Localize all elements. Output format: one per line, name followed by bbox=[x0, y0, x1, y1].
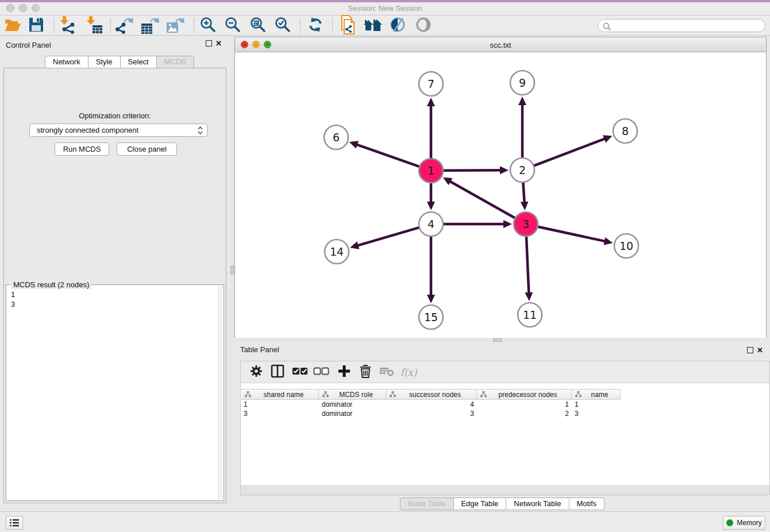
tab-style[interactable]: Style bbox=[88, 56, 121, 68]
result-scrollbar[interactable] bbox=[218, 286, 223, 500]
table-cell[interactable]: 3 bbox=[241, 409, 319, 418]
zoom-out-button[interactable] bbox=[223, 17, 242, 34]
edge-3-11[interactable] bbox=[526, 236, 529, 294]
vertical-splitter[interactable] bbox=[230, 36, 234, 511]
graph-node-15[interactable]: 15 bbox=[419, 305, 443, 329]
deselect-all-button[interactable] bbox=[312, 364, 330, 381]
add-button[interactable] bbox=[335, 364, 353, 381]
graph-node-10[interactable]: 10 bbox=[614, 234, 638, 258]
gear-button[interactable] bbox=[247, 364, 265, 381]
columns-button[interactable] bbox=[268, 364, 287, 381]
graph-node-11[interactable]: 11 bbox=[518, 303, 542, 327]
window-title: Session: New Session bbox=[0, 4, 770, 13]
svg-text:15: 15 bbox=[424, 311, 438, 323]
table-row[interactable]: 3dominator323 bbox=[241, 409, 621, 418]
network-canvas[interactable]: 7968124314101511 bbox=[235, 52, 766, 338]
tab-select[interactable]: Select bbox=[121, 56, 157, 68]
graph-node-7[interactable]: 7 bbox=[419, 72, 443, 96]
column-header-MCDS-role[interactable]: MCDS role bbox=[319, 389, 386, 400]
task-history-button[interactable] bbox=[6, 516, 23, 530]
apply-style-button[interactable] bbox=[388, 17, 407, 34]
tab-edge-table[interactable]: Edge Table bbox=[453, 498, 506, 510]
splitter-handle[interactable] bbox=[230, 265, 234, 275]
tab-node-table[interactable]: Node Table bbox=[400, 498, 454, 510]
column-header-name[interactable]: name bbox=[572, 389, 621, 400]
tab-network-table[interactable]: Network Table bbox=[506, 498, 569, 510]
table-cell[interactable]: 3 bbox=[386, 409, 477, 418]
close-panel-icon[interactable]: ✕ bbox=[757, 347, 763, 353]
zoom-out-icon bbox=[224, 16, 241, 36]
import-network-button[interactable] bbox=[58, 17, 78, 34]
graph-node-4[interactable]: 4 bbox=[419, 212, 443, 236]
export-image-icon bbox=[166, 16, 184, 36]
function-builder-button[interactable]: f(x) bbox=[399, 364, 418, 381]
svg-text:3: 3 bbox=[522, 218, 529, 230]
optimization-dropdown[interactable]: strongly connected component bbox=[29, 124, 207, 137]
export-image-button[interactable] bbox=[165, 17, 185, 34]
table-cell[interactable]: dominator bbox=[319, 409, 386, 418]
table-cell[interactable]: 1 bbox=[477, 400, 572, 409]
table-panel: Table Panel ✕ f(x) shared nameMCDS roles… bbox=[234, 342, 770, 511]
apply-style-icon bbox=[389, 16, 406, 36]
edge-arrow-icon bbox=[427, 202, 435, 210]
home-button[interactable] bbox=[363, 17, 383, 34]
edge-3-1[interactable] bbox=[449, 181, 515, 218]
zoom-in-icon bbox=[199, 16, 217, 36]
graph-node-9[interactable]: 9 bbox=[510, 71, 534, 95]
float-panel-icon[interactable] bbox=[206, 40, 212, 47]
edge-3-10[interactable] bbox=[538, 226, 606, 241]
graph-node-3[interactable]: 3 bbox=[514, 212, 538, 236]
table-panel-buttons: ✕ bbox=[747, 347, 763, 353]
export-network-button[interactable] bbox=[115, 17, 134, 34]
edge-1-6[interactable] bbox=[356, 144, 419, 167]
table-cell[interactable]: 1 bbox=[241, 400, 319, 409]
zoom-selected-icon bbox=[274, 16, 291, 36]
table-cell[interactable]: dominator bbox=[319, 400, 386, 409]
table-cell[interactable]: 2 bbox=[477, 409, 572, 418]
graph-node-6[interactable]: 6 bbox=[324, 125, 348, 149]
save-session-button[interactable] bbox=[26, 17, 46, 34]
delete-button[interactable] bbox=[356, 364, 375, 381]
edge-1-2[interactable] bbox=[443, 170, 501, 171]
table-cell[interactable]: 1 bbox=[572, 400, 621, 409]
zoom-fit-icon bbox=[249, 16, 267, 36]
table-cell[interactable]: 3 bbox=[572, 409, 621, 418]
edge-4-14[interactable] bbox=[357, 228, 419, 246]
run-mcds-button[interactable]: Run MCDS bbox=[55, 142, 109, 156]
column-header-successor-nodes[interactable]: successor nodes bbox=[386, 389, 477, 400]
select-all-button[interactable] bbox=[291, 364, 309, 381]
graph-node-8[interactable]: 8 bbox=[613, 119, 637, 143]
tab-network[interactable]: Network bbox=[45, 56, 88, 68]
clone-network-button[interactable] bbox=[338, 17, 357, 34]
horizontal-splitter[interactable] bbox=[234, 338, 770, 342]
import-table-button[interactable] bbox=[84, 17, 104, 34]
export-table-button[interactable] bbox=[140, 17, 160, 34]
zoom-in-button[interactable] bbox=[198, 17, 218, 34]
show-hide-button[interactable] bbox=[414, 17, 433, 34]
tab-mcds[interactable]: MCDS bbox=[157, 56, 194, 68]
column-header-predecessor-nodes[interactable]: predecessor nodes bbox=[477, 389, 572, 400]
splitter-handle[interactable] bbox=[493, 338, 502, 342]
graph-node-2[interactable]: 2 bbox=[510, 158, 534, 182]
close-panel-icon[interactable]: ✕ bbox=[215, 40, 222, 47]
column-header-shared-name[interactable]: shared name bbox=[241, 389, 319, 400]
edge-2-8[interactable] bbox=[534, 138, 606, 165]
table-cell[interactable]: 4 bbox=[386, 400, 477, 409]
zoom-fit-button[interactable] bbox=[248, 17, 268, 34]
table-row[interactable]: 1dominator411 bbox=[241, 400, 621, 409]
memory-button[interactable]: Memory bbox=[723, 516, 765, 530]
search-input[interactable] bbox=[613, 20, 761, 31]
graph-node-1[interactable]: 1 bbox=[419, 159, 443, 183]
table-hscroll-area[interactable] bbox=[241, 485, 769, 495]
mcds-result-box: MCDS result (2 nodes) 1 3 bbox=[6, 284, 224, 501]
float-panel-icon[interactable] bbox=[747, 347, 753, 353]
toolbar-separator bbox=[300, 18, 301, 33]
open-session-button[interactable] bbox=[3, 17, 22, 34]
refresh-button[interactable] bbox=[306, 17, 325, 34]
close-panel-button[interactable]: Close panel bbox=[117, 142, 177, 156]
tab-motifs[interactable]: Motifs bbox=[569, 498, 605, 510]
edge-2-3[interactable] bbox=[523, 182, 524, 203]
clear-table-button[interactable] bbox=[378, 364, 396, 381]
zoom-selected-button[interactable] bbox=[273, 17, 292, 34]
graph-node-14[interactable]: 14 bbox=[325, 240, 349, 264]
